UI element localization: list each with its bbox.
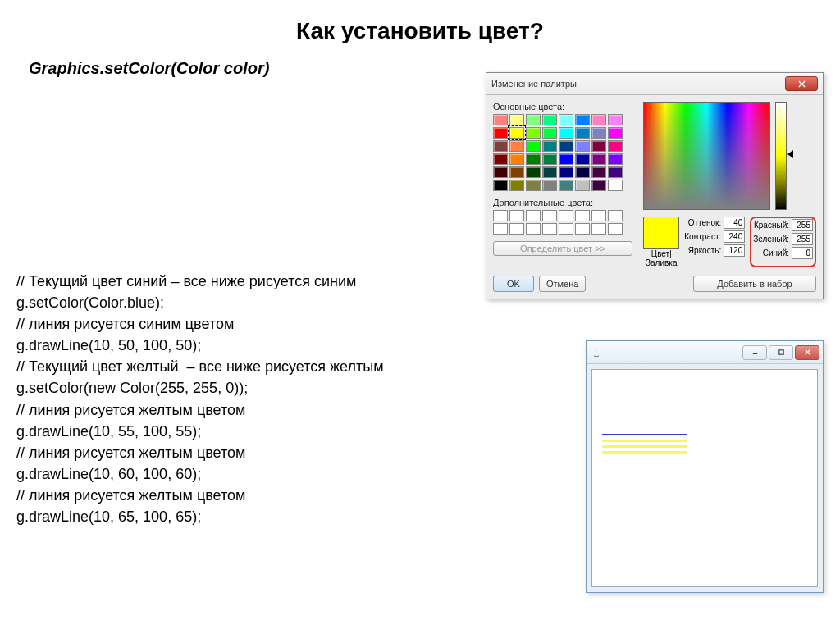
g-label: Зеленый: [753,235,789,244]
swatch[interactable] [542,140,557,152]
code-line: g.setColor(Color.blue); [16,292,384,313]
swatch[interactable] [542,114,557,125]
sat-input[interactable] [724,230,745,243]
output-window [586,340,824,593]
page-title: Как установить цвет? [0,18,840,44]
swatch[interactable] [542,166,557,178]
b-label: Синий: [763,248,789,258]
swatch[interactable] [509,153,524,165]
swatch[interactable] [509,180,524,191]
code-line: g.drawLine(10, 60, 100, 60); [16,463,384,485]
code-line: // Текущий цвет желтый – все ниже рисует… [16,356,384,377]
swatch[interactable] [526,180,541,191]
swatch[interactable] [575,180,590,191]
swatch[interactable] [575,166,590,178]
swatch[interactable] [509,166,524,178]
swatch[interactable] [591,127,606,139]
swatch[interactable] [559,140,573,152]
swatch[interactable] [509,140,524,152]
swatch[interactable] [559,127,573,139]
swatch[interactable] [559,114,573,125]
swatch[interactable] [559,153,573,165]
sat-label: Контраст: [684,232,721,241]
swatch[interactable] [526,114,541,125]
code-line: // линия рисуется желтым цветом [16,485,384,506]
output-titlebar [587,341,823,364]
swatch[interactable] [493,127,508,139]
swatch[interactable] [608,166,623,178]
b-input[interactable] [792,247,813,259]
custom-colors-label: Дополнительные цвета: [493,198,638,207]
swatch[interactable] [575,140,590,152]
close-button[interactable] [795,345,819,360]
hue-input[interactable] [724,217,745,229]
swatch[interactable] [575,153,590,165]
swatch[interactable] [591,114,606,125]
cancel-button[interactable]: Отмена [539,276,586,292]
swatch[interactable] [591,140,606,152]
code-line: // линия рисуется желтым цветом [16,399,384,421]
swatch[interactable] [591,180,606,191]
swatch[interactable] [608,180,623,191]
minimize-button[interactable] [742,345,767,360]
code-line: // линия рисуется желтым цветом [16,442,384,463]
swatch[interactable] [493,114,508,125]
code-line: g.drawLine(10, 55, 100, 55); [16,421,384,442]
maximize-button[interactable] [769,345,793,360]
color-dialog: Изменение палитры Основные цвета: Дополн… [486,72,824,299]
luminance-pointer-icon [788,150,793,158]
swatch[interactable] [493,140,508,152]
swatch[interactable] [542,153,557,165]
swatch[interactable] [493,166,508,178]
swatch[interactable] [526,140,541,152]
close-button[interactable] [785,76,818,91]
drawn-line-blue [602,434,687,435]
dialog-title: Изменение палитры [491,79,577,89]
swatch[interactable] [559,180,573,191]
swatch[interactable] [591,153,606,165]
swatch[interactable] [575,114,590,125]
swatch[interactable] [509,114,524,125]
custom-swatches[interactable] [493,210,638,235]
swatch[interactable] [542,180,557,191]
swatch[interactable] [575,127,590,139]
java-icon [590,346,603,359]
basic-swatches[interactable] [493,114,638,191]
code-line: g.setColor(new Color(255, 255, 0)); [16,377,384,399]
swatch[interactable] [591,166,606,178]
code-line: g.drawLine(10, 50, 100, 50); [16,335,384,356]
rgb-highlight: Красный: Зеленый: Синий: [750,217,816,267]
basic-colors-label: Основные цвета: [493,102,638,112]
g-input[interactable] [792,233,813,245]
swatch[interactable] [509,127,524,139]
swatch[interactable] [526,127,541,139]
swatch[interactable] [542,127,557,139]
define-color-button[interactable]: Определить цвет >> [493,241,632,256]
swatch[interactable] [526,153,541,165]
color-gradient[interactable] [643,102,770,210]
drawn-line-yellow [602,445,687,448]
swatch[interactable] [608,127,623,139]
r-input[interactable] [792,219,813,231]
swatch[interactable] [608,114,623,125]
lum-input[interactable] [724,244,745,257]
code-line: // линия рисуется синим цветом [16,313,384,335]
swatch[interactable] [526,166,541,178]
code-line: g.drawLine(10, 65, 100, 65); [16,506,384,527]
swatch[interactable] [608,140,623,152]
svg-rect-0 [778,350,783,354]
output-canvas [591,369,818,587]
code-line: // Текущий цвет синий – все ниже рисуетс… [16,271,384,292]
swatch[interactable] [559,166,573,178]
luminance-bar[interactable] [775,102,787,210]
swatch[interactable] [608,153,623,165]
drawn-line-yellow [602,451,687,454]
r-label: Красный: [754,221,789,230]
code-block: // Текущий цвет синий – все ниже рисуетс… [16,271,384,527]
add-to-set-button[interactable]: Добавить в набор [693,276,816,292]
ok-button[interactable]: OK [493,276,534,292]
hue-label: Оттенок: [688,218,722,227]
lum-label: Яркость: [688,246,721,255]
swatch[interactable] [493,153,508,165]
swatch[interactable] [493,180,508,191]
